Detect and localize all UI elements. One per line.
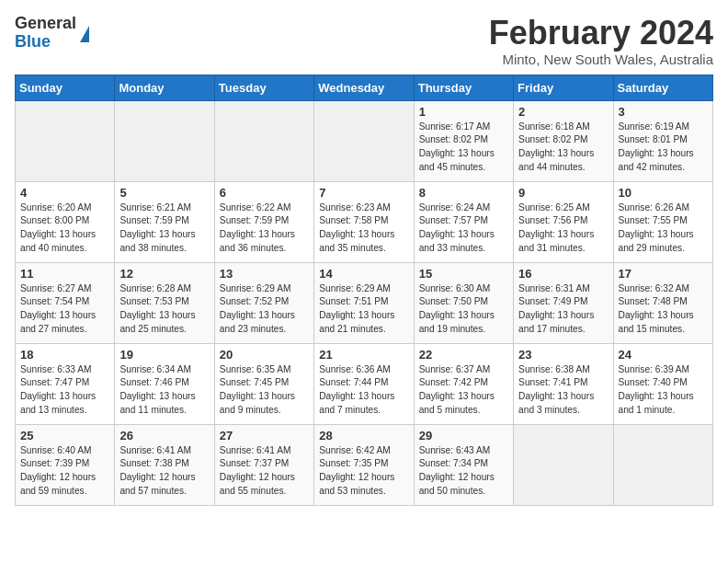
day-info: Sunrise: 6:38 AM Sunset: 7:41 PM Dayligh… [518, 363, 608, 418]
day-info: Sunrise: 6:36 AM Sunset: 7:44 PM Dayligh… [319, 363, 408, 418]
calendar-cell: 16Sunrise: 6:31 AM Sunset: 7:49 PM Dayli… [514, 262, 613, 343]
calendar-cell: 17Sunrise: 6:32 AM Sunset: 7:48 PM Dayli… [613, 262, 712, 343]
calendar-cell: 15Sunrise: 6:30 AM Sunset: 7:50 PM Dayli… [414, 262, 513, 343]
calendar-cell: 29Sunrise: 6:43 AM Sunset: 7:34 PM Dayli… [414, 424, 513, 505]
logo: General Blue [15, 15, 89, 52]
day-info: Sunrise: 6:22 AM Sunset: 7:59 PM Dayligh… [220, 201, 309, 256]
day-number: 25 [20, 429, 109, 442]
calendar-cell: 4Sunrise: 6:20 AM Sunset: 8:00 PM Daylig… [16, 181, 115, 262]
day-info: Sunrise: 6:37 AM Sunset: 7:42 PM Dayligh… [419, 363, 508, 418]
day-number: 5 [119, 186, 209, 200]
day-number: 14 [319, 267, 408, 281]
calendar-cell: 13Sunrise: 6:29 AM Sunset: 7:52 PM Dayli… [214, 262, 313, 343]
calendar-cell: 3Sunrise: 6:19 AM Sunset: 8:01 PM Daylig… [613, 100, 712, 181]
day-info: Sunrise: 6:39 AM Sunset: 7:40 PM Dayligh… [619, 363, 708, 418]
day-info: Sunrise: 6:24 AM Sunset: 7:57 PM Dayligh… [419, 201, 508, 256]
calendar-cell: 22Sunrise: 6:37 AM Sunset: 7:42 PM Dayli… [414, 343, 513, 424]
day-number: 1 [419, 105, 508, 119]
day-info: Sunrise: 6:43 AM Sunset: 7:34 PM Dayligh… [419, 444, 508, 499]
day-info: Sunrise: 6:29 AM Sunset: 7:52 PM Dayligh… [220, 282, 309, 337]
calendar-week-1: 1Sunrise: 6:17 AM Sunset: 8:02 PM Daylig… [16, 100, 713, 181]
day-number: 17 [619, 267, 708, 281]
column-header-friday: Friday [514, 75, 613, 100]
day-number: 24 [619, 348, 708, 362]
day-number: 6 [220, 186, 309, 200]
calendar-cell: 24Sunrise: 6:39 AM Sunset: 7:40 PM Dayli… [613, 343, 712, 424]
day-info: Sunrise: 6:33 AM Sunset: 7:47 PM Dayligh… [20, 363, 109, 418]
day-number: 19 [119, 348, 209, 362]
calendar-table: SundayMondayTuesdayWednesdayThursdayFrid… [15, 75, 713, 506]
calendar-cell: 6Sunrise: 6:22 AM Sunset: 7:59 PM Daylig… [214, 181, 313, 262]
day-info: Sunrise: 6:30 AM Sunset: 7:50 PM Dayligh… [419, 282, 508, 337]
column-header-saturday: Saturday [613, 75, 712, 100]
logo-blue: Blue [15, 32, 51, 51]
day-number: 7 [319, 186, 408, 200]
day-info: Sunrise: 6:42 AM Sunset: 7:35 PM Dayligh… [319, 444, 408, 499]
calendar-title: February 2024 [489, 15, 713, 52]
day-info: Sunrise: 6:41 AM Sunset: 7:38 PM Dayligh… [119, 444, 209, 499]
day-number: 29 [419, 429, 508, 442]
calendar-cell [613, 424, 712, 505]
day-info: Sunrise: 6:20 AM Sunset: 8:00 PM Dayligh… [20, 201, 109, 256]
calendar-cell [214, 100, 313, 181]
column-header-wednesday: Wednesday [314, 75, 414, 100]
calendar-cell: 23Sunrise: 6:38 AM Sunset: 7:41 PM Dayli… [514, 343, 613, 424]
day-number: 20 [220, 348, 309, 362]
calendar-cell: 14Sunrise: 6:29 AM Sunset: 7:51 PM Dayli… [314, 262, 414, 343]
calendar-cell: 26Sunrise: 6:41 AM Sunset: 7:38 PM Dayli… [115, 424, 214, 505]
day-number: 3 [619, 105, 708, 119]
calendar-cell [514, 424, 613, 505]
calendar-cell: 11Sunrise: 6:27 AM Sunset: 7:54 PM Dayli… [16, 262, 115, 343]
calendar-cell: 10Sunrise: 6:26 AM Sunset: 7:55 PM Dayli… [613, 181, 712, 262]
day-info: Sunrise: 6:32 AM Sunset: 7:48 PM Dayligh… [619, 282, 708, 337]
page-header: General Blue February 2024 Minto, New So… [15, 15, 713, 67]
day-info: Sunrise: 6:26 AM Sunset: 7:55 PM Dayligh… [619, 201, 708, 256]
calendar-cell [115, 100, 214, 181]
day-number: 22 [419, 348, 508, 362]
calendar-week-2: 4Sunrise: 6:20 AM Sunset: 8:00 PM Daylig… [16, 181, 713, 262]
day-number: 28 [319, 429, 408, 442]
day-number: 13 [220, 267, 309, 281]
day-number: 15 [419, 267, 508, 281]
calendar-cell: 27Sunrise: 6:41 AM Sunset: 7:37 PM Dayli… [214, 424, 313, 505]
day-info: Sunrise: 6:19 AM Sunset: 8:01 PM Dayligh… [619, 121, 708, 175]
logo-triangle-icon [80, 26, 89, 42]
day-info: Sunrise: 6:34 AM Sunset: 7:46 PM Dayligh… [119, 363, 209, 418]
column-header-tuesday: Tuesday [214, 75, 313, 100]
day-info: Sunrise: 6:28 AM Sunset: 7:53 PM Dayligh… [119, 282, 209, 337]
calendar-week-3: 11Sunrise: 6:27 AM Sunset: 7:54 PM Dayli… [16, 262, 713, 343]
day-number: 11 [20, 267, 109, 281]
day-number: 23 [518, 348, 608, 362]
day-info: Sunrise: 6:23 AM Sunset: 7:58 PM Dayligh… [319, 201, 408, 256]
day-number: 16 [518, 267, 608, 281]
day-info: Sunrise: 6:40 AM Sunset: 7:39 PM Dayligh… [20, 444, 109, 499]
day-info: Sunrise: 6:25 AM Sunset: 7:56 PM Dayligh… [518, 201, 608, 256]
day-number: 10 [619, 186, 708, 200]
calendar-cell: 7Sunrise: 6:23 AM Sunset: 7:58 PM Daylig… [314, 181, 414, 262]
day-number: 4 [20, 186, 109, 200]
day-info: Sunrise: 6:17 AM Sunset: 8:02 PM Dayligh… [419, 121, 508, 175]
day-number: 27 [220, 429, 309, 442]
calendar-cell [16, 100, 115, 181]
column-header-thursday: Thursday [414, 75, 513, 100]
day-info: Sunrise: 6:35 AM Sunset: 7:45 PM Dayligh… [220, 363, 309, 418]
calendar-week-4: 18Sunrise: 6:33 AM Sunset: 7:47 PM Dayli… [16, 343, 713, 424]
title-block: February 2024 Minto, New South Wales, Au… [489, 15, 713, 67]
calendar-cell: 19Sunrise: 6:34 AM Sunset: 7:46 PM Dayli… [115, 343, 214, 424]
day-number: 9 [518, 186, 608, 200]
column-header-monday: Monday [115, 75, 214, 100]
calendar-cell: 5Sunrise: 6:21 AM Sunset: 7:59 PM Daylig… [115, 181, 214, 262]
day-number: 8 [419, 186, 508, 200]
calendar-cell: 21Sunrise: 6:36 AM Sunset: 7:44 PM Dayli… [314, 343, 414, 424]
calendar-cell: 28Sunrise: 6:42 AM Sunset: 7:35 PM Dayli… [314, 424, 414, 505]
day-number: 26 [119, 429, 209, 442]
logo-general: General [15, 14, 76, 32]
day-info: Sunrise: 6:18 AM Sunset: 8:02 PM Dayligh… [518, 121, 608, 175]
day-info: Sunrise: 6:41 AM Sunset: 7:37 PM Dayligh… [220, 444, 309, 499]
calendar-week-5: 25Sunrise: 6:40 AM Sunset: 7:39 PM Dayli… [16, 424, 713, 505]
calendar-cell: 1Sunrise: 6:17 AM Sunset: 8:02 PM Daylig… [414, 100, 513, 181]
calendar-cell: 2Sunrise: 6:18 AM Sunset: 8:02 PM Daylig… [514, 100, 613, 181]
day-number: 21 [319, 348, 408, 362]
day-info: Sunrise: 6:31 AM Sunset: 7:49 PM Dayligh… [518, 282, 608, 337]
calendar-cell: 12Sunrise: 6:28 AM Sunset: 7:53 PM Dayli… [115, 262, 214, 343]
